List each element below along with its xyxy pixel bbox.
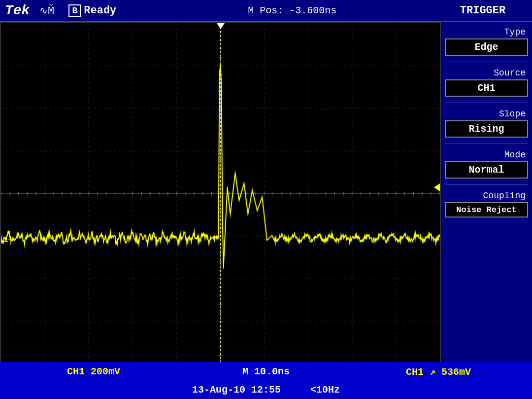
source-value[interactable]: CH1 bbox=[445, 79, 528, 97]
coupling-value[interactable]: Noise Reject bbox=[445, 202, 528, 218]
datetime-display: 13-Aug-10 12:55 bbox=[192, 384, 281, 396]
trigger-marker-top bbox=[217, 23, 225, 29]
divider-3 bbox=[445, 144, 528, 144]
scope-grid-canvas bbox=[1, 23, 440, 364]
status-indicator: B Ready bbox=[68, 4, 116, 17]
tek-brand-logo: Tek bbox=[5, 3, 30, 18]
timebase-display: M 10.0ns bbox=[180, 366, 352, 377]
ch1-trigger-display: CH1 ↗ 536mV bbox=[352, 365, 525, 378]
status-bar: CH1 200mV M 10.0ns CH1 ↗ 536mV 13-Aug-10… bbox=[0, 362, 532, 399]
divider-4 bbox=[445, 184, 528, 185]
ch1-voltage-display: CH1 200mV bbox=[7, 366, 180, 377]
trigger-b-indicator: B bbox=[68, 4, 81, 17]
source-label: Source bbox=[445, 68, 528, 78]
bottom-row-measurements: CH1 200mV M 10.0ns CH1 ↗ 536mV bbox=[0, 362, 532, 381]
slope-label: Slope bbox=[445, 109, 528, 119]
type-label: Type bbox=[445, 27, 528, 37]
status-text: Ready bbox=[84, 4, 116, 17]
mode-section: Mode Normal bbox=[445, 150, 528, 179]
ch1-ground-indicator: 1┤ bbox=[3, 236, 13, 245]
divider-2 bbox=[445, 103, 528, 103]
oscilloscope-display: 1┤ bbox=[0, 22, 441, 365]
mode-value[interactable]: Normal bbox=[445, 161, 528, 179]
type-section: Type Edge bbox=[445, 27, 528, 56]
slope-section: Slope Rising bbox=[445, 109, 528, 138]
type-value[interactable]: Edge bbox=[445, 38, 528, 56]
source-section: Source CH1 bbox=[445, 68, 528, 97]
oscilloscope-header: Tek ∿M̃ B Ready M Pos: -3.600ns TRIGGER bbox=[0, 0, 532, 22]
mode-label: Mode bbox=[445, 150, 528, 160]
slope-value[interactable]: Rising bbox=[445, 120, 528, 138]
bottom-row-datetime: 13-Aug-10 12:55 <10Hz bbox=[0, 381, 532, 399]
trigger-settings-panel: Type Edge Source CH1 Slope Rising Mode N… bbox=[441, 22, 532, 365]
frequency-display: <10Hz bbox=[310, 384, 340, 396]
m-position-display: M Pos: -3.600ns bbox=[146, 5, 438, 16]
trigger-section-header: TRIGGER bbox=[438, 4, 527, 17]
trigger-level-arrow bbox=[434, 183, 440, 191]
coupling-label: Coupling bbox=[445, 191, 528, 201]
waveform-icon: ∿M̃ bbox=[39, 4, 54, 17]
coupling-section: Coupling Noise Reject bbox=[445, 191, 528, 218]
divider-1 bbox=[445, 62, 528, 62]
